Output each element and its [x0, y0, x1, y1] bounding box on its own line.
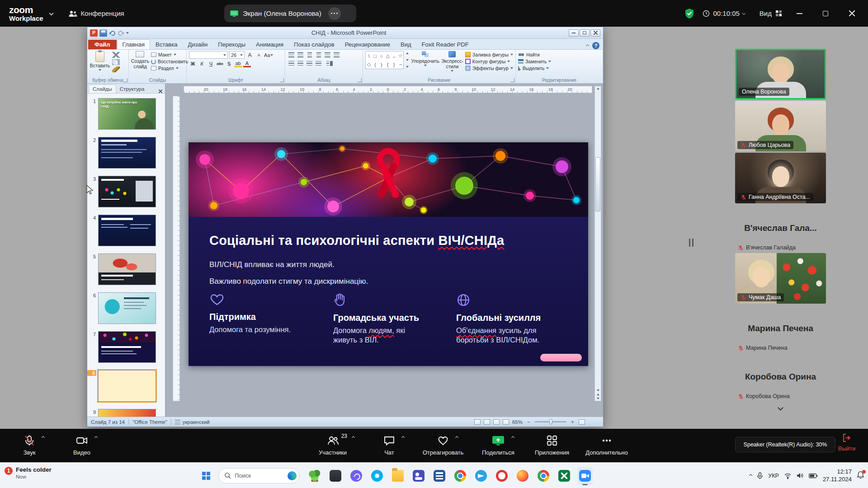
slideshow-button[interactable] [503, 419, 509, 425]
slide-editor[interactable]: Соціальні та психологічні аспекти ВІЧ/СН… [189, 142, 588, 366]
strip-resize-handle[interactable] [689, 239, 693, 247]
video-options-chevron[interactable] [94, 436, 97, 439]
spellcheck-icon[interactable] [175, 420, 180, 424]
fit-to-window-button[interactable] [579, 419, 585, 425]
shapes-gallery[interactable]: \□○△→☆ ◇(){}~ [365, 51, 404, 69]
teams-icon[interactable] [411, 467, 426, 485]
highlight-color-button[interactable]: ab [234, 60, 242, 67]
new-slide-button[interactable]: Создать слайд [131, 51, 149, 69]
powerpoint-app-icon[interactable]: P [90, 29, 98, 37]
notification-center[interactable] [857, 471, 864, 481]
justify-button[interactable] [315, 60, 322, 67]
tab-home[interactable]: Главная [117, 39, 150, 49]
tab-slideshow[interactable]: Показ слайдов [289, 40, 340, 49]
shared-screen-pill[interactable]: Экран (Олена Воронова) [224, 5, 356, 22]
indent-increase-button[interactable] [315, 51, 322, 58]
window-close-button[interactable] [843, 7, 861, 20]
clock-widget[interactable]: 12:17 27.11.2024 [823, 468, 852, 483]
zoom-in-button[interactable]: + [570, 419, 576, 425]
section-button[interactable]: Раздел [151, 66, 188, 71]
shape-fill-button[interactable]: Заливка фигуры [465, 52, 513, 57]
participant-tile-active[interactable]: Олена Воронова [735, 49, 826, 99]
tab-animations[interactable]: Анимация [251, 40, 288, 49]
excel-icon[interactable] [557, 467, 572, 485]
opera-icon[interactable] [494, 467, 509, 485]
slide-thumbnail-row-selected[interactable]: 8 [87, 370, 165, 402]
normal-view-button[interactable] [474, 419, 481, 425]
numbering-button[interactable] [297, 51, 304, 58]
slide-thumbnail-row[interactable]: 2 [87, 137, 165, 169]
firefox-icon[interactable] [515, 467, 530, 485]
slide-sorter-button[interactable] [484, 419, 490, 425]
panel-tab-outline[interactable]: Структура [116, 85, 148, 93]
language-switcher[interactable]: УКР [768, 473, 779, 479]
redo-button[interactable] [118, 30, 124, 36]
font-size-combo[interactable]: 26 [229, 51, 245, 59]
tab-transitions[interactable]: Переходы [213, 40, 250, 49]
battery-icon[interactable] [809, 473, 818, 479]
participant-tile[interactable]: Чумак Даша [735, 253, 826, 304]
dark-app-icon[interactable] [328, 467, 343, 485]
zoom-app-icon[interactable] [577, 467, 593, 485]
zoom-slider[interactable] [535, 421, 566, 422]
reset-button[interactable]: Восстановить [151, 59, 188, 64]
tab-design[interactable]: Дизайн [183, 40, 212, 49]
change-case-button[interactable]: Аа [264, 52, 273, 59]
indent-decrease-button[interactable] [306, 51, 313, 58]
format-painter-button[interactable] [112, 66, 120, 72]
shape-effects-button[interactable]: Эффекты фигур [465, 66, 513, 71]
help-icon[interactable]: ? [592, 42, 599, 49]
tab-file[interactable]: Файл [88, 40, 117, 49]
tab-foxit[interactable]: Foxit Reader PDF [417, 40, 474, 49]
replace-button[interactable]: Заменить [518, 59, 551, 64]
find-button[interactable]: Найти [518, 52, 551, 57]
shapes-gallery-scroll[interactable] [406, 51, 409, 69]
align-left-button[interactable] [288, 60, 295, 67]
text-shadow-button[interactable]: S [225, 60, 233, 67]
tab-review[interactable]: Рецензирование [340, 40, 395, 49]
align-right-button[interactable] [306, 60, 313, 67]
chat-button[interactable]: Чат [360, 434, 419, 456]
strikethrough-button[interactable]: abc [216, 60, 224, 67]
select-button[interactable]: Выделить [518, 66, 551, 71]
columns-button[interactable] [324, 60, 331, 67]
shape-outline-button[interactable]: Контур фигуры [465, 59, 513, 64]
quick-styles-button[interactable]: Экспресс-стили [441, 51, 463, 72]
next-slide-button[interactable] [597, 398, 599, 399]
ppt-minimize-button[interactable] [569, 29, 579, 37]
scrollbar-thumb[interactable] [595, 157, 600, 211]
previous-slide-button[interactable] [597, 394, 599, 395]
audio-options-chevron[interactable] [42, 436, 45, 439]
panel-close-button[interactable] [156, 89, 165, 93]
security-shield-icon[interactable] [684, 8, 694, 19]
undo-button[interactable] [109, 30, 116, 36]
font-color-button[interactable]: А [243, 60, 251, 67]
audio-button[interactable]: Звук [0, 434, 59, 456]
slide-thumbnail-row[interactable]: 5 [87, 253, 165, 285]
reactions-options-chevron[interactable] [455, 436, 458, 439]
tab-insert[interactable]: Вставка [151, 40, 182, 49]
viber-icon[interactable] [349, 467, 364, 485]
shrink-font-button[interactable]: А [255, 52, 263, 59]
participant-tile[interactable]: Ганна Андріївна Оста... [735, 153, 826, 203]
clipboard-dialog-launcher[interactable] [123, 78, 127, 82]
search-highlights-icon[interactable] [288, 471, 297, 480]
slide-thumbnail-row[interactable]: 4 [87, 215, 165, 246]
panel-tab-slides[interactable]: Слайды [89, 84, 116, 93]
slide-thumbnail-row[interactable]: 6 [87, 292, 165, 324]
zoom-out-button[interactable]: − [526, 419, 532, 425]
file-explorer-icon[interactable] [390, 467, 406, 485]
weather-widget[interactable]: 1 Feels colder Now [5, 466, 52, 479]
video-button[interactable]: Видео [52, 434, 111, 456]
participant-tile-novideo[interactable]: В'ячеслав Гала... В'ячеслав Галайда [735, 205, 826, 252]
volume-icon[interactable] [797, 472, 804, 479]
language-indicator[interactable]: украинский [183, 419, 210, 425]
tray-mic-icon[interactable] [757, 472, 763, 479]
ppt-titlebar[interactable]: P СНІД - Microsoft PowerPoint [87, 27, 603, 39]
participant-tile-novideo[interactable]: Марина Печена Марина Печена [735, 305, 826, 352]
font-name-combo[interactable] [189, 51, 228, 59]
italic-button[interactable]: К [198, 60, 206, 67]
canvas-scrollbar[interactable] [594, 86, 601, 401]
start-button[interactable] [199, 469, 213, 483]
participant-tile-novideo[interactable]: Коробова Орина Коробова Орина [735, 353, 826, 400]
